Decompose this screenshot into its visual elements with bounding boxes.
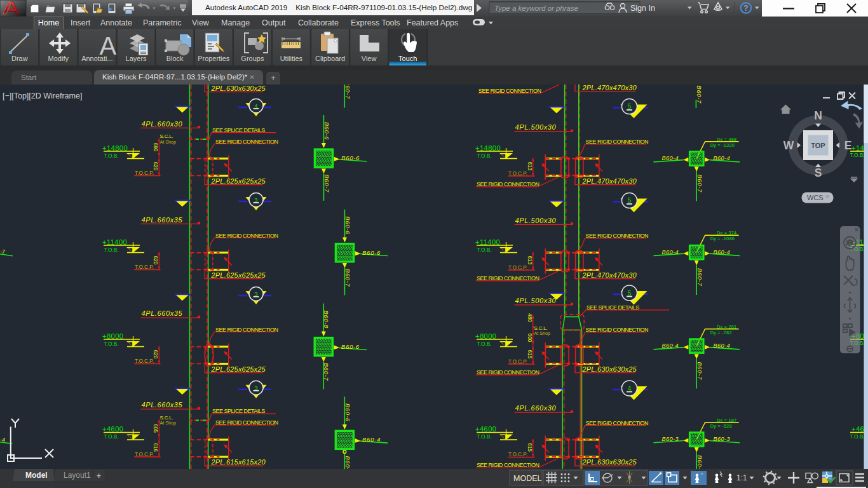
svg-text:4PL.500x30: 4PL.500x30 [515,123,557,131]
svg-text:B60-7: B60-7 [344,269,351,287]
svg-text:Modify: Modify [48,55,69,62]
svg-text:View: View [362,55,377,62]
svg-text:B60-4: B60-4 [662,249,679,255]
svg-text:2PL.625x625x25: 2PL.625x625x25 [211,177,266,185]
svg-text:620: 620 [153,350,159,359]
svg-text:Dx = 187: Dx = 187 [717,417,736,423]
svg-text:W: W [783,139,794,152]
svg-text:Type a keyword or phrase: Type a keyword or phrase [494,4,578,12]
svg-text:B60-4: B60-4 [714,342,731,349]
svg-text:3: 3 [254,290,257,297]
svg-text:Sign In: Sign In [630,4,655,13]
svg-text:+8000: +8000 [102,332,123,340]
svg-text:B60-7: B60-7 [344,456,351,469]
svg-text:Layers: Layers [126,55,147,62]
svg-text:+14800: +14800 [102,144,128,152]
svg-text:616: 616 [153,443,159,452]
svg-text:605: 605 [153,424,159,433]
svg-text:B60-8: B60-8 [323,310,330,329]
svg-text:4PL.500x30: 4PL.500x30 [515,217,557,224]
svg-text:3: 3 [254,384,257,391]
svg-text:B60-7: B60-7 [323,174,330,193]
svg-text:4: 4 [254,102,257,109]
svg-text:S.C.L.: S.C.L. [534,325,548,331]
svg-text:2PL.615x615x20: 2PL.615x615x20 [211,458,266,466]
svg-text:Dy = -528: Dy = -528 [710,423,732,429]
svg-text:SEE SPLICE DETAILS: SEE SPLICE DETAILS [587,304,639,311]
svg-text:Dx = 281: Dx = 281 [717,324,736,330]
svg-text:B60-3: B60-3 [662,436,679,442]
svg-text:Dy = -1320: Dy = -1320 [710,142,735,148]
svg-text:2PL.470x470x30: 2PL.470x470x30 [582,271,637,279]
svg-text:MODEL: MODEL [513,474,542,483]
svg-text:S.C.L.: S.C.L. [160,133,173,139]
svg-text:600: 600 [527,334,533,342]
svg-text:620: 620 [153,162,159,171]
svg-text:615: 615 [527,350,533,359]
svg-text:690: 690 [153,143,159,152]
svg-text:-7: -7 [0,248,6,255]
svg-text:2PL.470x470x30: 2PL.470x470x30 [582,177,637,185]
svg-text:?: ? [743,4,748,13]
svg-text:+11400: +11400 [475,238,500,246]
svg-text:T.O.C.P.: T.O.C.P. [508,171,527,177]
svg-text:4PL.660x30: 4PL.660x30 [515,404,557,412]
svg-text:615: 615 [527,443,533,452]
svg-text:At Shop: At Shop [160,420,177,426]
svg-text:SEE RIGID CONNECTION: SEE RIGID CONNECTION [477,462,539,468]
svg-text:B60-4: B60-4 [714,155,731,161]
svg-text:1:1: 1:1 [736,473,747,482]
svg-text:Clipboard: Clipboard [315,55,345,62]
svg-text:T.O.B.: T.O.B. [477,247,492,253]
svg-text:Groups: Groups [241,55,264,62]
svg-text:T.O.B.: T.O.B. [104,152,119,159]
svg-text:T.O.B.: T.O.B. [477,341,492,347]
svg-text:S.C.L.: S.C.L. [160,415,173,421]
svg-text:B60-3: B60-3 [714,436,731,442]
svg-text:B60-4: B60-4 [662,342,679,349]
svg-text:5: 5 [628,103,632,110]
svg-text:[−][Top][2D Wireframe]: [−][Top][2D Wireframe] [3,92,82,100]
svg-text:T.O.B.: T.O.B. [104,433,119,440]
svg-text:At Shop: At Shop [534,330,551,336]
svg-text:2PL.625x625x25: 2PL.625x625x25 [211,365,266,373]
svg-text:N: N [814,109,822,122]
svg-text:613: 613 [527,162,533,171]
svg-text:B60-7: B60-7 [696,268,703,287]
svg-text:2PL.630x630x25: 2PL.630x630x25 [582,458,637,466]
svg-text:Layout1: Layout1 [64,471,91,480]
svg-text:T.O.C.P.: T.O.C.P. [508,452,527,458]
svg-text:5: 5 [628,197,632,204]
svg-text:+: + [97,471,101,480]
svg-text:T.O.B.: T.O.B. [104,341,119,347]
svg-text:2PL.630x630x25: 2PL.630x630x25 [582,365,637,373]
svg-text:+11400: +11400 [102,238,127,246]
svg-text:B60-6: B60-6 [344,217,351,235]
svg-text:SEE RIGID CONNECTION: SEE RIGID CONNECTION [478,88,541,94]
svg-text:B60-6: B60-6 [323,122,330,140]
svg-text:T.O.B.: T.O.B. [850,433,865,440]
svg-text:4PL.660x30: 4PL.660x30 [142,120,183,128]
svg-text:B60-6: B60-6 [341,343,360,350]
svg-text:4: 4 [628,385,632,392]
svg-text:B60-7: B60-7 [344,85,351,99]
svg-text:SEE RIGID CONNECTION: SEE RIGID CONNECTION [477,369,539,376]
svg-text:Dx = 374: Dx = 374 [717,230,736,236]
svg-text:S: S [815,166,822,179]
svg-text:B60-7: B60-7 [696,86,703,104]
svg-text:SEE RIGID CONNECTION: SEE RIGID CONNECTION [477,181,539,187]
svg-text:TOP: TOP [811,142,825,149]
svg-text:2PL.630x630x25: 2PL.630x630x25 [211,85,266,92]
svg-text:4PL.500x30: 4PL.500x30 [515,297,557,304]
svg-text:Dy = -1086: Dy = -1086 [710,236,735,241]
svg-text:Dx = 488: Dx = 488 [717,137,736,142]
svg-text:T.O.B.: T.O.B. [477,433,492,440]
svg-text:T.O.B.: T.O.B. [850,152,865,158]
svg-text:SEE SPLICE DETAILS: SEE SPLICE DETAILS [212,408,265,414]
svg-text:B60-6: B60-6 [344,403,351,422]
svg-text:480: 480 [527,313,533,322]
svg-text:4PL.660x35: 4PL.660x35 [142,216,183,224]
svg-text:A: A [100,32,117,60]
svg-text:B60-7: B60-7 [323,363,330,381]
svg-text:B60-7: B60-7 [696,455,703,469]
